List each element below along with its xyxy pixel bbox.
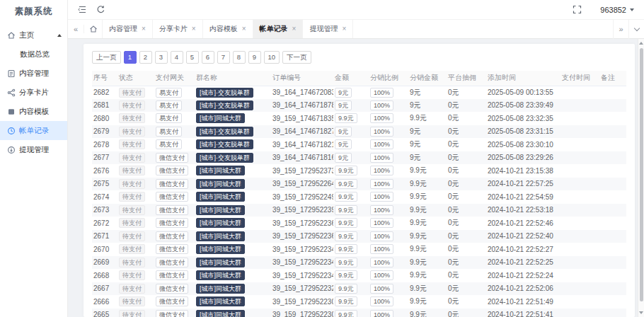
amount-tag: 9元 (333, 125, 369, 139)
gateway-tag: 微信支付 (156, 270, 188, 280)
pagination-page-2[interactable]: 2 (139, 51, 152, 64)
status-tag: 待支付 (117, 112, 154, 125)
commission-amount-cell: 9.9元 (408, 256, 447, 270)
sidebar-item-content-template[interactable]: 内容模板 (0, 102, 67, 121)
ratio-tag: 100% (370, 284, 393, 294)
home-tab-icon[interactable] (84, 25, 102, 33)
paid-time-cell (560, 151, 599, 165)
status-tag: 待支付 (119, 179, 145, 189)
pagination-page-8[interactable]: 8 (233, 51, 246, 64)
platform-fee-cell: 0元 (447, 230, 486, 243)
paid-time-cell (560, 269, 599, 282)
commission-amount-cell: 9.9元 (408, 178, 447, 191)
pagination-page-7[interactable]: 7 (217, 51, 230, 64)
pagination-page-1[interactable]: 1 (124, 51, 137, 64)
pagination-next-button[interactable]: 下一页 (282, 51, 311, 64)
pagination-page-10[interactable]: 10 (264, 51, 280, 64)
tab-share-card[interactable]: 分享卡片× (152, 20, 202, 38)
sidebar-item-share-card[interactable]: 分享卡片 (0, 83, 67, 102)
tabs-scroll-right-icon[interactable]: » (613, 20, 628, 39)
group-name-tag: [城市]同城大群 (195, 256, 271, 270)
sidebar-item-home[interactable]: 主页 (0, 25, 67, 45)
pagination-page-6[interactable]: 6 (202, 51, 214, 64)
close-icon[interactable]: × (242, 25, 246, 33)
pagination-page-4[interactable]: 4 (171, 51, 183, 64)
platform-fee-cell: 0元 (447, 138, 486, 151)
sidebar-item-content-manage[interactable]: 内容管理 (0, 64, 67, 83)
group-name-tag: [城市]同城大群 (196, 244, 245, 254)
remark-cell (599, 138, 626, 151)
sidebar-item-label: 提现管理 (19, 145, 49, 155)
group-name-tag: [城市]·交友脱单群 (196, 153, 253, 163)
group-name-tag: [城市]同城大群 (195, 217, 271, 230)
gateway-tag: 易支付 (156, 127, 182, 137)
sidebar-item-withdraw-manage[interactable]: 提现管理 (0, 140, 67, 159)
tab-billing-records[interactable]: 帐单记录× (253, 20, 303, 38)
order-no-cell: 39_164_1746720835 (271, 86, 333, 99)
ratio-tag: 100% (369, 204, 408, 217)
status-tag: 待支付 (117, 309, 154, 317)
scroll-up-arrow-icon[interactable] (639, 42, 643, 45)
created-time-cell: 2025-05-09 00:13:55 (486, 86, 560, 99)
order-no-cell: 39_159_1729522398 (271, 204, 333, 217)
gateway-tag: 微信支付 (154, 269, 195, 282)
sidebar-fold-icon[interactable] (78, 5, 87, 14)
created-time-cell: 2024-10-21 22:51:41 (486, 309, 560, 317)
tab-withdraw-manage[interactable]: 提现管理× (302, 20, 353, 38)
gateway-tag: 微信支付 (156, 244, 188, 254)
pagination-page-9[interactable]: 9 (248, 51, 261, 64)
pagination-prev-button[interactable]: 上一页 (92, 51, 121, 64)
commission-amount-cell: 9.9元 (408, 112, 447, 125)
group-name-tag: [城市]同城大群 (195, 295, 271, 309)
pagination-page-3[interactable]: 3 (155, 51, 168, 64)
amount-tag: 9.9元 (333, 269, 369, 282)
scrollbar-thumb[interactable] (640, 48, 643, 301)
tab-content-manage[interactable]: 内容管理× (102, 20, 152, 38)
commission-amount-cell: 9.9元 (408, 282, 447, 296)
top-header: 963852 (68, 0, 644, 20)
platform-fee-cell: 0元 (447, 269, 486, 282)
remark-cell (599, 86, 626, 99)
vertical-scrollbar[interactable] (638, 39, 644, 317)
fullscreen-icon[interactable] (573, 5, 582, 14)
tab-content-template[interactable]: 内容模板× (202, 20, 253, 38)
close-icon[interactable]: × (142, 25, 146, 33)
tabs-menu-icon[interactable] (628, 20, 644, 39)
paid-time-cell (560, 190, 599, 204)
amount-tag: 9.9元 (335, 258, 357, 267)
paid-time-cell (560, 178, 599, 191)
group-name-tag: [城市]·交友脱单群 (195, 125, 271, 139)
close-icon[interactable]: × (292, 25, 297, 33)
gateway-tag: 微信支付 (156, 258, 188, 267)
status-tag: 待支付 (119, 284, 145, 294)
gateway-tag: 微信支付 (154, 204, 195, 217)
platform-fee-cell: 0元 (447, 164, 486, 178)
pagination-page-5[interactable]: 5 (186, 51, 199, 64)
status-tag: 待支付 (117, 204, 154, 217)
commission-amount-cell: 9.9元 (408, 217, 447, 230)
created-time-cell: 2024-10-21 22:51:49 (486, 295, 560, 309)
home-icon (7, 31, 16, 40)
amount-tag: 9.9元 (335, 310, 357, 317)
ratio-tag: 100% (370, 310, 393, 317)
user-menu[interactable]: 963852 (600, 6, 634, 14)
billing-table: 序号状态支付网关群名称订单编号金额分销比例分销金额平台抽佣添加时间支付时间备注 … (92, 71, 626, 317)
amount-tag: 9.9元 (333, 164, 369, 178)
amount-tag: 9.9元 (335, 113, 357, 123)
close-icon[interactable]: × (192, 25, 196, 33)
platform-fee-cell: 0元 (447, 295, 486, 309)
group-name-tag: [城市]·交友脱单群 (195, 99, 271, 113)
commission-amount-cell: 9.9元 (408, 309, 447, 317)
remark-cell (599, 230, 626, 243)
order-id-cell: 2677 (92, 151, 117, 165)
scroll-down-arrow-icon[interactable] (639, 311, 643, 314)
refresh-icon[interactable] (96, 5, 105, 14)
tabs-scroll-left-icon[interactable]: « (68, 25, 84, 33)
close-icon[interactable]: × (342, 25, 346, 33)
sidebar-item-billing-records[interactable]: 帐单记录 (0, 121, 67, 140)
status-tag: 待支付 (119, 100, 145, 110)
sidebar-subitem-data-overview[interactable]: 数据总览 (0, 45, 67, 64)
table-row: 2667待支付微信支付[城市]同城大群39_159_17295223269.9元… (92, 282, 626, 296)
remark-cell (599, 125, 626, 139)
status-tag: 待支付 (119, 310, 145, 317)
